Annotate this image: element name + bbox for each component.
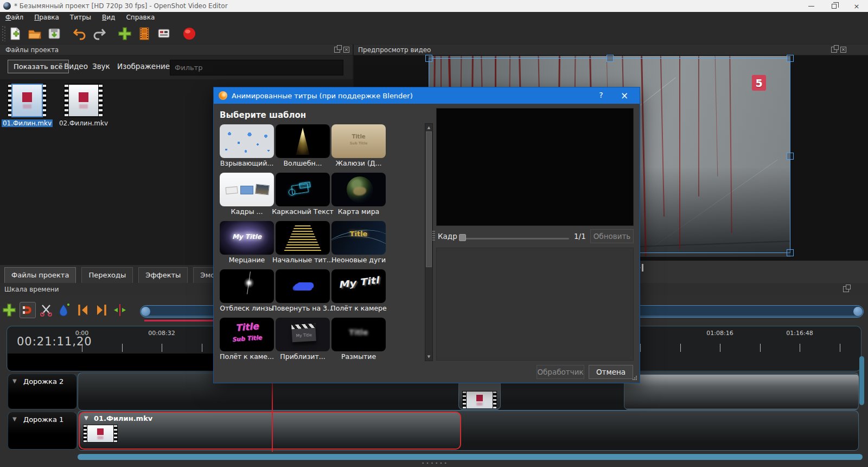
snapping-toggle[interactable] xyxy=(20,302,36,318)
razor-button[interactable] xyxy=(38,302,54,318)
filter-tab-2[interactable]: Видео xyxy=(64,62,88,71)
menu-item-3[interactable]: Титры xyxy=(65,12,97,22)
filter-tab-4[interactable]: Изображение xyxy=(117,62,170,71)
ruler-tick xyxy=(640,344,641,352)
cancel-button[interactable]: Отмена xyxy=(589,365,633,379)
next-marker-button[interactable] xyxy=(93,302,110,318)
toolbar-grip[interactable] xyxy=(2,26,5,41)
undo-button[interactable] xyxy=(72,26,88,42)
menu-item-5[interactable]: Справка xyxy=(120,12,160,22)
template-scrollbar[interactable]: ▲ ▼ xyxy=(425,123,433,361)
render-button[interactable]: Обработчик xyxy=(537,365,584,379)
timeline-clip-selected[interactable]: ▼ 01.Филин.mkv xyxy=(79,412,461,450)
filter-tab-3[interactable]: Звук xyxy=(92,62,110,71)
chevron-down-icon[interactable]: ▼ xyxy=(84,415,88,421)
zoom-slider-right-handle[interactable] xyxy=(853,307,863,316)
app-icon xyxy=(3,2,11,10)
ruler-tick xyxy=(162,344,162,352)
restore-icon xyxy=(832,4,837,9)
preview-panel-float-icon[interactable] xyxy=(831,47,837,53)
close-icon: × xyxy=(854,3,860,10)
menu-item-1[interactable]: Файл xyxy=(0,12,29,22)
frame-slider-handle[interactable] xyxy=(459,234,466,241)
template-label: Полёт к камере xyxy=(327,304,390,312)
template-thumbnail xyxy=(220,269,274,303)
template-label: Кадры ... xyxy=(215,207,278,216)
dialog-resize-grip[interactable] xyxy=(632,375,637,381)
thumb-text: My Titl xyxy=(331,273,386,292)
scroll-up-icon[interactable]: ▲ xyxy=(425,125,432,130)
filter-tab-1[interactable]: Показать всё xyxy=(8,60,69,73)
transform-handle-top-left[interactable] xyxy=(425,55,432,62)
dialog-help-button[interactable]: ? xyxy=(596,91,606,99)
import-files-button[interactable] xyxy=(117,26,133,42)
refresh-button[interactable]: Обновить xyxy=(590,229,634,243)
timeline-vertical-scrollbar[interactable] xyxy=(859,356,864,405)
template-label: Приблизит... xyxy=(271,352,334,361)
template-thumbnail: My Title xyxy=(220,221,274,255)
panel-splitter-handle[interactable]: •••••• xyxy=(413,460,457,466)
tab-3[interactable]: Эффекты xyxy=(138,267,188,283)
window-title: * Безымянный проект [HD 720p 30 fps] - O… xyxy=(14,2,228,10)
file-thumbnail-1[interactable] xyxy=(8,84,47,117)
template-label: Волшебн... xyxy=(271,159,334,167)
add-marker-button[interactable] xyxy=(56,302,73,318)
chevron-down-icon[interactable]: ▼ xyxy=(12,416,17,422)
template-label: Отблеск линзы xyxy=(215,304,278,312)
menu-item-4[interactable]: Вид xyxy=(97,12,120,22)
cache-indicator xyxy=(8,354,244,371)
transform-handle-right-mid[interactable] xyxy=(787,153,794,160)
window-titlebar: * Безымянный проект [HD 720p 30 fps] - O… xyxy=(0,0,868,12)
transform-handle-top-mid[interactable] xyxy=(607,55,614,62)
add-track-button[interactable] xyxy=(1,302,17,318)
animated-titles-dialog: Анимированные титры (при поддержке Blend… xyxy=(213,87,640,383)
frame-slider-track[interactable] xyxy=(459,238,569,239)
file-thumbnail-2[interactable] xyxy=(64,84,103,117)
export-video-button[interactable] xyxy=(181,26,197,42)
open-project-button[interactable] xyxy=(27,26,43,42)
tab-1[interactable]: Файлы проекта xyxy=(4,267,76,283)
filter-input[interactable] xyxy=(170,60,343,75)
openshot-window: * Безымянный проект [HD 720p 30 fps] - O… xyxy=(0,0,868,467)
transform-handle-top-right[interactable] xyxy=(787,55,794,62)
scrollbar-thumb[interactable] xyxy=(426,131,432,267)
new-project-button[interactable] xyxy=(7,26,23,42)
ruler-tick xyxy=(680,344,681,352)
ruler-tick xyxy=(720,344,720,352)
close-button[interactable]: × xyxy=(845,0,868,12)
chevron-down-icon[interactable]: ▼ xyxy=(12,378,17,384)
dialog-close-button[interactable]: × xyxy=(619,90,630,101)
frame-row-grip xyxy=(432,231,435,241)
dialog-titlebar[interactable]: Анимированные титры (при поддержке Blend… xyxy=(214,87,640,104)
template-label: Каркасный Текст xyxy=(271,207,334,216)
files-panel-float-icon[interactable] xyxy=(334,47,340,53)
menu-item-2[interactable]: Правка xyxy=(29,12,65,22)
timeline-horizontal-scrollbar[interactable] xyxy=(78,454,863,460)
choose-profile-button[interactable] xyxy=(136,26,152,42)
template-thumbnail: TitleSub Title xyxy=(220,318,274,351)
redo-button[interactable] xyxy=(91,26,107,42)
track-header-1[interactable]: ▼ Дорожка 1 xyxy=(8,412,77,450)
previous-marker-button[interactable] xyxy=(75,302,91,318)
files-panel-close-icon[interactable]: × xyxy=(343,47,349,53)
thumb-text: Title xyxy=(220,319,274,335)
transform-handle-bottom-right[interactable] xyxy=(787,249,794,256)
tab-2[interactable]: Переходы xyxy=(81,267,133,283)
fullscreen-button[interactable] xyxy=(156,26,172,42)
template-thumbnail: My Title xyxy=(276,318,330,351)
timeline-panel-float-icon[interactable] xyxy=(843,286,849,292)
scroll-down-icon[interactable]: ▼ xyxy=(425,355,432,359)
template-label: Неоновые дуги xyxy=(327,256,390,264)
track-name: Дорожка 2 xyxy=(23,377,63,386)
save-project-button[interactable] xyxy=(46,26,62,42)
template-thumbnail xyxy=(331,173,386,206)
track-header-2[interactable]: ▼ Дорожка 2 xyxy=(8,374,77,409)
clip-name: 01.Филин.mkv xyxy=(94,414,152,422)
preview-panel-close-icon[interactable]: × xyxy=(840,47,846,53)
zoom-slider-left-handle[interactable] xyxy=(141,307,150,316)
restore-button[interactable] xyxy=(822,0,845,12)
center-playhead-button[interactable] xyxy=(112,302,128,318)
minimize-button[interactable] xyxy=(800,0,822,12)
template-label: Мерцание xyxy=(215,256,278,264)
timeline-clip-3[interactable] xyxy=(624,374,859,409)
